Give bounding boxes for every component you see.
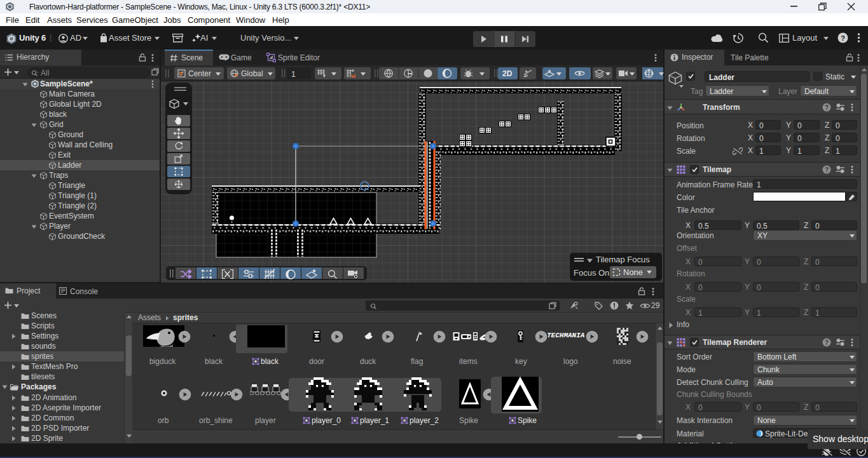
svg-text:?: ? <box>841 34 845 42</box>
svg-text:?: ? <box>825 104 829 111</box>
svg-text:?: ? <box>825 166 829 173</box>
svg-text:?: ? <box>825 339 829 346</box>
